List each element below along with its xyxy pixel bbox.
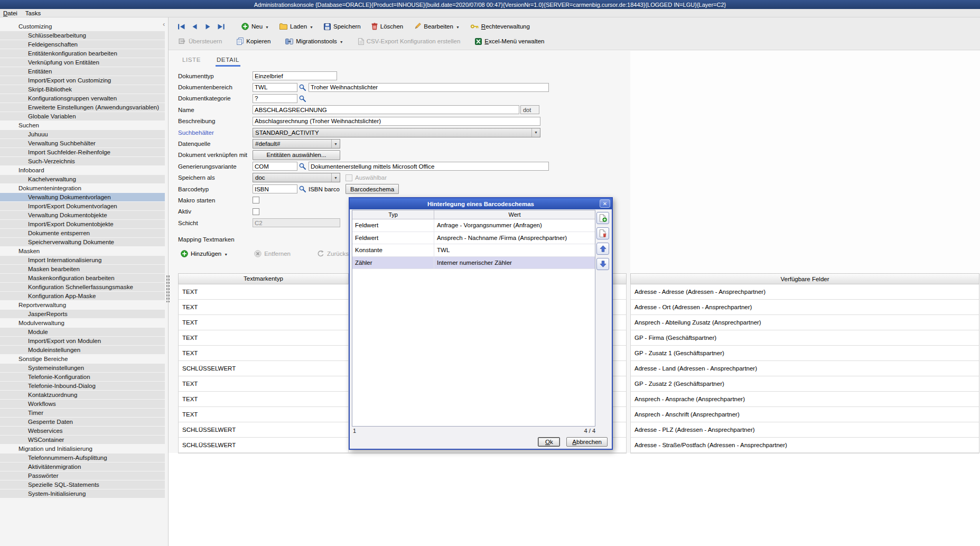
barcodetyp-code-input[interactable]: ISBN	[253, 184, 297, 193]
sidebar-item-import-export-dokumentvorlagen[interactable]: Import/Export Dokumentvorlagen	[0, 202, 165, 210]
nav-next-button[interactable]	[202, 22, 213, 31]
sidebar-item-konfiguration-schnellerfassungsmaske[interactable]: Konfiguration Schnellerfassungsmaske	[0, 283, 165, 291]
sidebar-item-timer[interactable]: Timer	[0, 409, 165, 417]
neu-button[interactable]: Neu	[239, 22, 272, 31]
sidebar-item-module[interactable]: Module	[0, 328, 165, 336]
delete-row-button[interactable]	[596, 227, 609, 239]
sidebar-item-import-export-dokumentobjekte[interactable]: Import/Export Dokumentobjekte	[0, 220, 165, 228]
list-item[interactable]: Ansprech - Ansprache (Ansprechpartner)	[631, 392, 979, 407]
list-item[interactable]: Adresse - Straße/Postfach (Adressen - An…	[631, 438, 979, 453]
dokumenttyp-input[interactable]: Einzelbrief	[253, 71, 337, 80]
sidebar-item-telefonnummern-aufsplittung[interactable]: Telefonnummern-Aufsplittung	[0, 454, 165, 462]
move-up-button[interactable]	[596, 243, 609, 255]
sidebar-item-workflows[interactable]: Workflows	[0, 400, 165, 408]
sidebar-item-aktivitätenmigration[interactable]: Aktivitätenmigration	[0, 462, 165, 471]
chevron-down-icon[interactable]	[310, 23, 313, 30]
search-icon[interactable]	[299, 84, 307, 91]
chevron-down-icon[interactable]	[265, 23, 269, 30]
sidebar-item-telefonie-konfiguration[interactable]: Telefonie-Konfiguration	[0, 373, 165, 381]
sidebar-item-juhuuu[interactable]: Juhuuu	[0, 130, 165, 138]
sidebar-item-dokumente-entsperren[interactable]: Dokumente entsperren	[0, 229, 165, 237]
sidebar-item-schlüsselbearbeitung[interactable]: Schlüsselbearbeitung	[0, 31, 165, 40]
sidebar-item-spezielle-sql-statements[interactable]: Spezielle SQL-Statements	[0, 480, 165, 489]
sidebar-item-moduleinstellungen[interactable]: Moduleinstellungen	[0, 346, 165, 354]
column-header-wert[interactable]: Wert	[434, 210, 595, 219]
sidebar-item-entitätenkonfiguration-bearbeiten[interactable]: Entitätenkonfiguration bearbeiten	[0, 49, 165, 58]
list-item[interactable]: Adresse - Land (Adressen - Ansprechpartn…	[631, 361, 979, 376]
nav-prev-button[interactable]	[189, 22, 200, 31]
sidebar-item-wscontainer[interactable]: WSContainer	[0, 436, 165, 444]
search-icon[interactable]	[299, 186, 307, 192]
sidebar-item-erweiterte-einstellungen-anwendungsvariablen[interactable]: Erweiterte Einstellungen (Anwendungsvari…	[0, 103, 165, 112]
excel-menü-verwalten-button[interactable]: Excel-Menü verwalten	[472, 37, 547, 46]
generierungsvariante-code-input[interactable]: COM	[253, 162, 297, 171]
speichern-button[interactable]: Speichern	[321, 22, 363, 31]
close-icon[interactable]	[600, 199, 610, 208]
barcodeschema-button[interactable]: Barcodeschema	[346, 184, 399, 194]
sidebar-item-kachelverwaltung[interactable]: Kachelverwaltung	[0, 175, 165, 183]
sidebar-item-import-suchfelder-reihenfolge[interactable]: Import Suchfelder-Reihenfolge	[0, 148, 165, 156]
makro-starten-checkbox[interactable]	[253, 197, 259, 203]
dialog-row[interactable]: FeldwertAnfrage - Vorgangsnummer (Anfrag…	[352, 219, 595, 232]
sidebar-item-verwaltung-dokumentobjekte[interactable]: Verwaltung Dokumentobjekte	[0, 211, 165, 219]
name-input[interactable]: ABSCHLAGSRECHNUNG	[253, 105, 519, 114]
chevron-down-icon[interactable]	[340, 38, 343, 45]
sidebar-item-telefonie-inbound-dialog[interactable]: Telefonie-Inbound-Dialog	[0, 382, 165, 390]
list-item[interactable]: GP - Zusatz 2 (Geschäftspartner)	[631, 376, 979, 392]
dokumentkategorie-code-input[interactable]: ?	[253, 94, 297, 103]
splitter-handle[interactable]	[166, 275, 170, 302]
aktiv-checkbox[interactable]	[253, 208, 259, 215]
sidebar-item-entitäten[interactable]: Entitäten	[0, 67, 165, 76]
sidebar-item-import-export-von-customizing[interactable]: Import/Export von Customizing	[0, 76, 165, 85]
sidebar-item-konfigurationsgruppen-verwalten[interactable]: Konfigurationsgruppen verwalten	[0, 94, 165, 103]
list-item[interactable]: GP - Zusatz 1 (Geschäftspartner)	[631, 346, 979, 361]
cancel-button[interactable]: Abbrechen	[566, 437, 608, 447]
kopieren-button[interactable]: Kopieren	[234, 36, 273, 46]
entitaeten-auswaehlen-button[interactable]: Entitäten auswählen...	[253, 150, 340, 160]
datenquelle-select[interactable]: #default#	[253, 139, 340, 149]
dialog-titlebar[interactable]: Hinterlegung eines Barcodeschemas	[350, 198, 612, 209]
search-icon[interactable]	[299, 95, 307, 102]
add-row-button[interactable]	[596, 212, 609, 224]
laden-button[interactable]: Laden	[277, 22, 316, 31]
menu-datei[interactable]: Datei	[3, 10, 17, 16]
ok-button[interactable]: Ok	[538, 437, 560, 447]
list-item[interactable]: Adresse - Adresse (Adressen - Ansprechpa…	[631, 284, 979, 300]
available-fields-header[interactable]: Verfügbare Felder	[630, 273, 979, 284]
sidebar-item-masken-bearbeiten[interactable]: Masken bearbeiten	[0, 265, 165, 273]
dialog-row[interactable]: KonstanteTWL	[352, 244, 595, 257]
sidebar-item-verwaltung-suchbehälter[interactable]: Verwaltung Suchbehälter	[0, 139, 165, 147]
sidebar-item-kontaktzuordnung[interactable]: Kontaktzuordnung	[0, 391, 165, 399]
bearbeiten-button[interactable]: Bearbeiten	[411, 22, 462, 31]
sidebar-item-systemeinstellungen[interactable]: Systemeinstellungen	[0, 364, 165, 372]
sidebar-item-such-verzeichnis[interactable]: Such-Verzeichnis	[0, 157, 165, 165]
list-item[interactable]: Adresse - Ort (Adressen - Ansprechpartne…	[631, 300, 979, 315]
chevron-down-icon[interactable]	[456, 23, 460, 30]
list-item[interactable]: Adresse - PLZ (Adressen - Ansprechpartne…	[631, 422, 979, 438]
nav-first-button[interactable]	[176, 22, 186, 31]
chevron-down-icon[interactable]	[224, 250, 228, 257]
sidebar-item-gesperrte-daten[interactable]: Gesperrte Daten	[0, 418, 165, 426]
nav-last-button[interactable]	[216, 22, 226, 31]
sidebar-item-import-export-von-modulen[interactable]: Import/Export von Modulen	[0, 337, 165, 345]
sidebar-item-speicherverwaltung-dokumente[interactable]: Speicherverwaltung Dokumente	[0, 238, 165, 246]
dialog-row[interactable]: FeldwertAnsprech - Nachname /Firma (Ansp…	[352, 232, 595, 245]
sidebar-item-jasperreports[interactable]: JasperReports	[0, 310, 165, 318]
migrationstools-button[interactable]: Migrationstools	[283, 36, 346, 46]
sidebar-item-verknüpfung-von-entitäten[interactable]: Verknüpfung von Entitäten	[0, 58, 165, 67]
column-header-textmarkentyp[interactable]: Textmarkentyp	[179, 274, 349, 284]
hinzufügen-button[interactable]: Hinzufügen	[178, 249, 230, 258]
rechteverwaltung-button[interactable]: Rechteverwaltung	[468, 22, 533, 31]
generierungsvariante-description-input[interactable]: Dokumentenerstellung mittels Microsoft O…	[309, 162, 549, 171]
sidebar-item-maskenkonfiguration-bearbeiten[interactable]: Maskenkonfiguration bearbeiten	[0, 274, 165, 282]
tab-liste[interactable]: LISTE	[181, 55, 202, 67]
sidebar-item-system-initialisierung[interactable]: System-Initialisierung	[0, 489, 165, 498]
list-item[interactable]: Ansprech - Abteilung Zusatz (Ansprechpar…	[631, 315, 979, 330]
field-label-suchbehaelter[interactable]: Suchbehälter	[178, 129, 253, 136]
speichern-als-select[interactable]: doc	[253, 173, 340, 182]
sidebar-item-konfiguration-app-maske[interactable]: Konfiguration App-Maske	[0, 292, 165, 300]
beschreibung-input[interactable]: Abschlagsrechnung (Troher Weihnachtslich…	[253, 117, 540, 126]
tab-detail[interactable]: DETAIL	[216, 55, 240, 67]
column-header-typ[interactable]: Typ	[352, 210, 434, 219]
list-item[interactable]: Ansprech - Anschrift (Ansprechpartner)	[631, 407, 979, 422]
